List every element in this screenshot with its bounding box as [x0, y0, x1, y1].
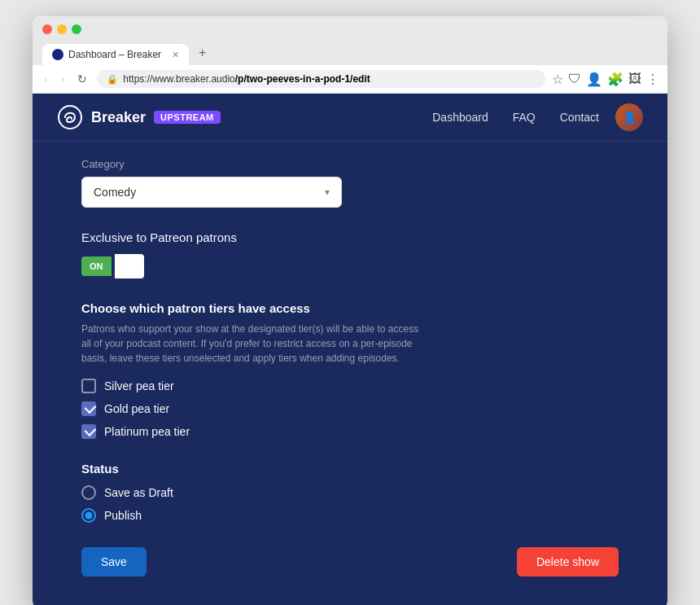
brand-name: Breaker	[91, 109, 146, 126]
upstream-badge: UPSTREAM	[154, 111, 221, 124]
tier-label-gold: Gold pea tier	[104, 402, 169, 415]
tab-title: Dashboard – Breaker	[68, 49, 161, 60]
star-icon[interactable]: ☆	[552, 72, 563, 87]
tab-close-icon[interactable]: ✕	[172, 50, 179, 60]
tier-item-silver[interactable]: Silver pea tier	[81, 379, 619, 393]
tier-label-platinum: Platinum pea tier	[104, 425, 190, 438]
radio-group: Save as Draft Publish	[81, 485, 619, 523]
back-button[interactable]: ‹	[41, 71, 51, 87]
tier-checkbox-platinum[interactable]	[81, 424, 96, 439]
brand-logo-icon	[57, 104, 83, 130]
toggle-off-button[interactable]	[115, 254, 144, 278]
profile-icon[interactable]: 🖼	[628, 72, 641, 86]
toggle-container: ON	[81, 254, 619, 278]
category-select[interactable]: Comedy ▾	[81, 177, 342, 208]
tier-item-platinum[interactable]: Platinum pea tier	[81, 424, 619, 439]
tab-favicon	[52, 49, 63, 60]
patron-tiers-description: Patrons who support your show at the des…	[81, 322, 423, 366]
tier-checkbox-gold[interactable]	[81, 401, 96, 416]
lock-icon: 🔒	[107, 74, 118, 85]
toggle-on-button[interactable]: ON	[81, 256, 112, 276]
radio-item-draft[interactable]: Save as Draft	[81, 485, 619, 500]
extensions-icon[interactable]: 🧩	[607, 72, 623, 87]
radio-item-publish[interactable]: Publish	[81, 508, 619, 523]
category-select-wrapper: Comedy ▾	[81, 177, 619, 208]
tier-label-silver: Silver pea tier	[104, 379, 174, 392]
status-title: Status	[81, 462, 619, 476]
radio-label-draft: Save as Draft	[104, 486, 173, 499]
shield-icon[interactable]: 🛡	[568, 72, 581, 86]
nav-dashboard[interactable]: Dashboard	[432, 111, 488, 124]
browser-chrome: Dashboard – Breaker ✕ +	[33, 16, 667, 65]
new-tab-button[interactable]: +	[192, 41, 212, 65]
radio-draft[interactable]	[81, 485, 96, 500]
address-actions: ☆ 🛡 👤 🧩 🖼 ⋮	[552, 72, 659, 87]
tab-bar: Dashboard – Breaker ✕ +	[42, 41, 658, 65]
tier-list: Silver pea tier Gold pea tier Platinum p…	[81, 379, 619, 439]
nav-contact[interactable]: Contact	[560, 111, 599, 124]
app-container: Breaker UPSTREAM Dashboard FAQ Contact 👤…	[33, 94, 667, 605]
avatar[interactable]: 👤	[615, 103, 643, 131]
menu-icon[interactable]: ⋮	[646, 72, 659, 87]
address-bar[interactable]: 🔒 https://www.breaker.audio/p/two-peeves…	[97, 70, 545, 88]
radio-label-publish: Publish	[104, 509, 142, 522]
maximize-button[interactable]	[72, 24, 81, 34]
chevron-down-icon: ▾	[325, 186, 330, 198]
tier-item-gold[interactable]: Gold pea tier	[81, 401, 619, 416]
minimize-button[interactable]	[57, 24, 67, 34]
traffic-lights	[42, 24, 658, 34]
main-content: Category Comedy ▾ Exclusive to Patreon p…	[57, 142, 643, 605]
category-label: Category	[81, 158, 619, 170]
patron-tiers-title: Choose which patron tiers have access	[81, 301, 619, 315]
url-display: https://www.breaker.audio/p/two-peeves-i…	[123, 73, 370, 85]
brand: Breaker UPSTREAM	[57, 104, 221, 130]
address-bar-row: ‹ › ↻ 🔒 https://www.breaker.audio/p/two-…	[33, 65, 667, 94]
tier-checkbox-silver[interactable]	[81, 379, 96, 393]
browser-window: Dashboard – Breaker ✕ + ‹ › ↻ 🔒 https://…	[33, 16, 667, 605]
close-button[interactable]	[42, 24, 52, 34]
radio-publish[interactable]	[81, 508, 96, 523]
exclusive-label: Exclusive to Patreon patrons	[81, 230, 619, 244]
delete-show-button[interactable]: Delete show	[517, 547, 619, 577]
category-value: Comedy	[94, 186, 136, 199]
forward-button[interactable]: ›	[58, 71, 68, 87]
reload-button[interactable]: ↻	[74, 71, 90, 87]
account-icon[interactable]: 👤	[586, 72, 602, 87]
nav-faq[interactable]: FAQ	[513, 111, 536, 124]
nav-links: Dashboard FAQ Contact	[432, 111, 599, 124]
navbar: Breaker UPSTREAM Dashboard FAQ Contact 👤	[33, 94, 667, 142]
save-button[interactable]: Save	[81, 547, 147, 577]
active-tab[interactable]: Dashboard – Breaker ✕	[42, 44, 189, 65]
action-buttons: Save Delete show	[81, 547, 619, 577]
